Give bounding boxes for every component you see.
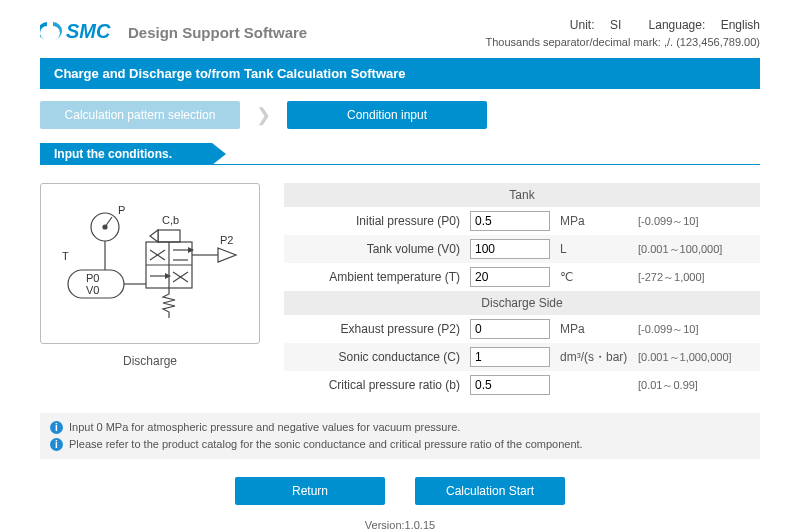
diagram-caption: Discharge bbox=[40, 354, 260, 368]
info-icon: i bbox=[50, 421, 63, 434]
label-p: P bbox=[118, 204, 125, 216]
title-bar: Charge and Discharge to/from Tank Calcul… bbox=[40, 58, 760, 89]
label-cb: C,b bbox=[162, 214, 179, 226]
instruction-text: Input the conditions. bbox=[40, 143, 212, 165]
notes-panel: i Input 0 MPa for atmospheric pressure a… bbox=[40, 413, 760, 459]
parameters-form: Tank Initial pressure (P0) MPa [-0.099～1… bbox=[284, 183, 760, 399]
app-title: Design Support Software bbox=[128, 24, 307, 41]
label-v0: V0 bbox=[86, 284, 99, 296]
info-icon: i bbox=[50, 438, 63, 451]
return-button[interactable]: Return bbox=[235, 477, 385, 505]
language-label: Language: bbox=[649, 18, 706, 32]
input-b[interactable] bbox=[470, 375, 550, 395]
svg-point-4 bbox=[103, 225, 107, 229]
label-t: T bbox=[62, 250, 69, 262]
input-v0[interactable] bbox=[470, 239, 550, 259]
input-p0[interactable] bbox=[470, 211, 550, 231]
unit-t: ℃ bbox=[550, 270, 630, 284]
label-v0: Tank volume (V0) bbox=[290, 242, 470, 256]
svg-rect-20 bbox=[158, 230, 180, 242]
unit-c: dm³/(s・bar) bbox=[550, 349, 630, 366]
range-p0: [-0.099～10] bbox=[630, 214, 754, 229]
instruction-banner: Input the conditions. bbox=[40, 143, 760, 165]
unit-label: Unit: bbox=[570, 18, 595, 32]
format-note: Thousands separator/decimal mark: ,/. (1… bbox=[485, 36, 760, 48]
section-discharge: Discharge Side bbox=[284, 291, 760, 315]
svg-marker-23 bbox=[218, 248, 236, 262]
input-c[interactable] bbox=[470, 347, 550, 367]
label-b: Critical pressure ratio (b) bbox=[290, 378, 470, 392]
svg-text:SMC: SMC bbox=[66, 20, 111, 42]
chevron-right-icon: ❯ bbox=[250, 104, 277, 126]
input-t[interactable] bbox=[470, 267, 550, 287]
step-indicator: Calculation pattern selection ❯ Conditio… bbox=[40, 101, 760, 129]
svg-marker-17 bbox=[165, 273, 171, 279]
unit-value[interactable]: SI bbox=[610, 18, 621, 32]
schematic-diagram: P T C,b P0 V0 P2 bbox=[40, 183, 260, 344]
unit-v0: L bbox=[550, 242, 630, 256]
note-2: Please refer to the product catalog for … bbox=[69, 438, 583, 450]
label-p2: Exhaust pressure (P2) bbox=[290, 322, 470, 336]
calculation-start-button[interactable]: Calculation Start bbox=[415, 477, 565, 505]
note-1: Input 0 MPa for atmospheric pressure and… bbox=[69, 421, 460, 433]
label-p0: Initial pressure (P0) bbox=[290, 214, 470, 228]
input-p2[interactable] bbox=[470, 319, 550, 339]
header-meta: Unit: SI Language: English Thousands sep… bbox=[485, 18, 760, 48]
label-c: Sonic conductance (C) bbox=[290, 350, 470, 364]
label-p2: P2 bbox=[220, 234, 233, 246]
range-c: [0.001～1,000,000] bbox=[630, 350, 754, 365]
range-t: [-272～1,000] bbox=[630, 270, 754, 285]
version-label: Version:1.0.15 bbox=[40, 519, 760, 531]
language-value[interactable]: English bbox=[721, 18, 760, 32]
svg-marker-14 bbox=[188, 247, 194, 253]
label-t: Ambient temperature (T) bbox=[290, 270, 470, 284]
label-p0: P0 bbox=[86, 272, 99, 284]
header: SMC Design Support Software Unit: SI Lan… bbox=[40, 18, 760, 48]
logo-icon: SMC bbox=[40, 18, 120, 47]
range-b: [0.01～0.99] bbox=[630, 378, 754, 393]
unit-p0: MPa bbox=[550, 214, 630, 228]
section-tank: Tank bbox=[284, 183, 760, 207]
step-condition-input[interactable]: Condition input bbox=[287, 101, 487, 129]
range-v0: [0.001～100,000] bbox=[630, 242, 754, 257]
svg-marker-21 bbox=[150, 230, 158, 242]
brand: SMC Design Support Software bbox=[40, 18, 307, 47]
range-p2: [-0.099～10] bbox=[630, 322, 754, 337]
step-pattern-selection[interactable]: Calculation pattern selection bbox=[40, 101, 240, 129]
unit-p2: MPa bbox=[550, 322, 630, 336]
